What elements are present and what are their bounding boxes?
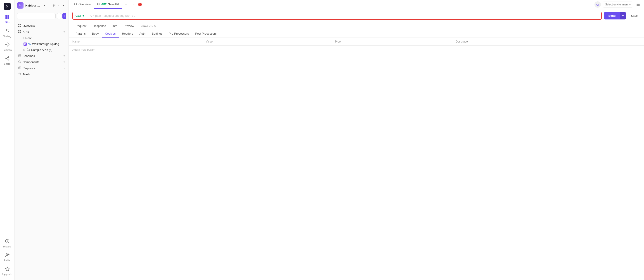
inner-tab-settings[interactable]: Settings: [148, 30, 166, 38]
walkthrough-icon: M: [24, 42, 27, 46]
sidebar: H Habibur Ra… ▾ m… ▾ Overview: [14, 0, 69, 280]
send-dropdown-button[interactable]: ▾: [620, 12, 626, 20]
svg-point-7: [8, 59, 9, 60]
search-input[interactable]: [17, 13, 56, 19]
inner-tab-params[interactable]: Params: [72, 30, 89, 38]
inner-tab-auth[interactable]: Auth: [136, 30, 149, 38]
params-table-container: Name Value Type Description Add a new pa…: [69, 38, 644, 280]
sidebar-item-testing[interactable]: Testing: [1, 26, 14, 39]
testing-label: Testing: [3, 35, 11, 38]
svg-rect-20: [18, 24, 20, 25]
branch-chevron-icon: ▾: [63, 4, 64, 7]
add-tab-button[interactable]: +: [123, 1, 129, 8]
svg-marker-30: [18, 60, 21, 63]
apis-icon: [5, 14, 10, 20]
col-type: Type: [331, 38, 452, 46]
schemas-icon: [18, 54, 21, 58]
sidebar-item-apis[interactable]: APIs: [1, 13, 14, 26]
schemas-arrow-icon: ▾: [64, 54, 65, 58]
share-label: Share: [4, 62, 10, 65]
add-button[interactable]: [62, 13, 66, 19]
col-value: Value: [202, 38, 331, 46]
history-icon: [5, 238, 10, 244]
inner-tab-post-processors[interactable]: Post Processors: [192, 30, 220, 38]
tab-overview[interactable]: Overview: [72, 0, 94, 9]
sidebar-item-walkthrough[interactable]: M 🐾 Walk through Apidog: [16, 41, 68, 47]
send-main-button[interactable]: Send: [604, 12, 620, 20]
components-label: Components: [22, 60, 62, 64]
svg-rect-36: [76, 3, 77, 4]
sidebar-item-trash[interactable]: Trash: [16, 71, 68, 77]
svg-marker-14: [5, 267, 9, 271]
url-input[interactable]: [87, 12, 601, 19]
add-param-row[interactable]: Add a new param: [69, 46, 644, 54]
main-content: Overview GET New API + ··· 1 Select envi…: [69, 0, 644, 280]
filter-button[interactable]: [57, 13, 61, 19]
copy-icon[interactable]: ⧉: [154, 25, 156, 28]
settings-label: Settings: [3, 49, 12, 51]
sub-tab-response[interactable]: Response: [90, 22, 109, 30]
sidebar-item-requests[interactable]: Requests ▾: [16, 65, 68, 71]
sidebar-item-sample-apis[interactable]: ▶ Sample APIs (5): [16, 47, 68, 53]
inner-tab-headers[interactable]: Headers: [119, 30, 136, 38]
invite-icon: [5, 252, 10, 258]
method-label: GET: [76, 14, 82, 18]
workspace-chevron-icon[interactable]: ▾: [44, 4, 45, 7]
col-name: Name: [69, 38, 202, 46]
save-button[interactable]: Save: [628, 12, 640, 19]
refresh-button[interactable]: [594, 1, 601, 8]
sidebar-item-components[interactable]: Components ▾: [16, 59, 68, 65]
upgrade-label: Upgrade: [2, 273, 12, 276]
sidebar-item-root[interactable]: Root: [16, 35, 68, 41]
svg-rect-22: [18, 26, 20, 27]
svg-point-11: [6, 254, 8, 255]
root-folder-icon: [21, 36, 24, 40]
sidebar-item-history[interactable]: History: [1, 237, 14, 250]
sidebar-item-overview[interactable]: Overview: [16, 23, 68, 29]
sidebar-item-share[interactable]: Share: [1, 54, 14, 67]
svg-rect-41: [97, 4, 98, 5]
sidebar-item-settings[interactable]: Settings: [1, 40, 14, 53]
hamburger-menu-button[interactable]: ☰: [635, 1, 641, 8]
overview-icon: [18, 24, 21, 28]
sub-tab-preview[interactable]: Preview: [120, 22, 137, 30]
svg-rect-23: [20, 26, 21, 27]
code-icon: </>: [149, 25, 153, 28]
sidebar-header: H Habibur Ra… ▾ m… ▾: [14, 0, 68, 11]
branch-selector[interactable]: m… ▾: [51, 3, 66, 8]
tab-new-api[interactable]: GET New API: [94, 0, 122, 9]
sub-tab-request[interactable]: Request: [72, 22, 90, 30]
sub-tab-info[interactable]: Info: [109, 22, 120, 30]
inner-tab-pre-processors[interactable]: Pre Processors: [166, 30, 192, 38]
apis-label: APIs: [4, 21, 10, 24]
add-param-label[interactable]: Add a new param: [69, 46, 644, 54]
svg-rect-1: [8, 15, 9, 17]
environment-selector[interactable]: Select environment ▾: [602, 2, 633, 8]
method-chevron-icon: ▾: [82, 14, 84, 18]
sidebar-item-apis-tree[interactable]: APIs ▾: [16, 29, 68, 35]
method-selector[interactable]: GET ▾: [73, 12, 87, 19]
svg-rect-35: [74, 3, 75, 4]
settings-icon: [5, 42, 10, 48]
sidebar-item-invite[interactable]: Invite: [1, 250, 14, 264]
inner-tab-cookies[interactable]: Cookies: [102, 30, 119, 38]
svg-rect-37: [74, 4, 75, 5]
svg-rect-26: [18, 32, 20, 33]
sub-tab-name[interactable]: Name </> ⧉: [137, 22, 159, 30]
branch-name: m…: [57, 4, 62, 7]
more-tabs-button[interactable]: ···: [130, 1, 136, 8]
invite-label: Invite: [4, 259, 10, 262]
apis-tree-label: APIs: [22, 30, 62, 34]
apis-tree-icon: [18, 30, 21, 34]
sidebar-item-schemas[interactable]: Schemas ▾: [16, 53, 68, 59]
components-icon: [18, 60, 21, 64]
sidebar-search-row: [14, 11, 68, 21]
inner-tab-body[interactable]: Body: [89, 30, 102, 38]
tab-overview-icon: [74, 2, 77, 6]
sidebar-item-upgrade[interactable]: Upgrade: [1, 264, 14, 277]
workspace-avatar: H: [17, 2, 24, 8]
inner-tabs: Params Body Cookies Headers Auth Setting…: [69, 30, 644, 38]
sidebar-tree: Overview APIs ▾ Root M 🐾 Walk through Ap…: [14, 21, 68, 280]
svg-rect-38: [76, 4, 77, 5]
requests-label: Requests: [22, 66, 62, 70]
